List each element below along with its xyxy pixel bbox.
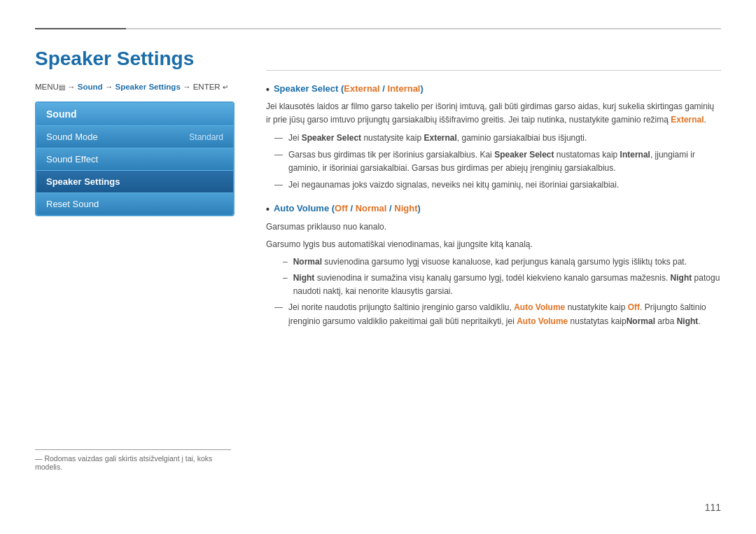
dash-icon: – <box>283 255 288 269</box>
sub-text: Night suvienodina ir sumažina visų kanal… <box>293 272 721 298</box>
menu-item-sound-effect[interactable]: Sound Effect <box>36 148 233 170</box>
page-number: 111 <box>705 502 721 513</box>
speaker-select-title-text: Speaker Select (External / Internal) <box>274 83 424 94</box>
menu-item-sound-mode[interactable]: Sound Mode Standard <box>36 125 233 148</box>
auto-volume-section: • Auto Volume (Off / Normal / Night) Gar… <box>266 203 721 328</box>
sub-text: Jei negaunamas joks vaizdo signalas, nev… <box>288 178 619 192</box>
dash-icon: — <box>274 301 283 314</box>
speaker-select-sub2: — Garsas bus girdimas tik per išorinius … <box>274 148 721 175</box>
auto-volume-sub2: – Night suvienodina ir sumažina visų kan… <box>283 272 721 298</box>
sound-menu-box: Sound Sound Mode Standard Sound Effect S… <box>35 101 234 216</box>
sound-menu-header: Sound <box>36 103 233 125</box>
section-divider <box>266 70 721 71</box>
auto-volume-title-text: Auto Volume (Off / Normal / Night) <box>274 203 421 213</box>
sub-text: Jei norite naudotis prijungto šaltinio į… <box>288 301 721 328</box>
dash-icon: — <box>274 132 283 145</box>
bullet-dot: • <box>266 83 270 96</box>
dash-icon: — <box>274 178 283 192</box>
bullet-dot: • <box>266 203 270 216</box>
sub-text: Jei Speaker Select nustatysite kaip Exte… <box>288 132 587 145</box>
right-content: • Speaker Select (External / Internal) J… <box>266 70 721 339</box>
menu-item-value: Standard <box>189 132 223 142</box>
left-panel: Sound Sound Mode Standard Sound Effect S… <box>35 101 234 216</box>
speaker-select-sub3: — Jei negaunamas joks vaizdo signalas, n… <box>274 178 721 192</box>
speaker-select-title: • Speaker Select (External / Internal) <box>266 83 721 96</box>
footnote-area: — Rodomas vaizdas gali skirtis atsižvelg… <box>35 449 231 471</box>
menu-item-label: Speaker Settings <box>46 176 120 187</box>
speaker-select-section: • Speaker Select (External / Internal) J… <box>266 83 721 192</box>
menu-item-speaker-settings[interactable]: Speaker Settings <box>36 170 233 192</box>
auto-volume-body1: Garsumas priklauso nuo kanalo. <box>266 220 721 234</box>
auto-volume-sub1: – Normal suvienodina garsumo lygį visuos… <box>283 255 721 269</box>
dash-icon: — <box>274 148 283 162</box>
menu-item-label: Sound Mode <box>46 132 98 142</box>
speaker-select-sub1: — Jei Speaker Select nustatysite kaip Ex… <box>274 132 721 145</box>
auto-volume-body2: Garsumo lygis bus automatiškai vienodina… <box>266 238 721 251</box>
speaker-select-body: Jei klausotės laidos ar filmo garso take… <box>266 100 721 127</box>
footnote-text: — Rodomas vaizdas gali skirtis atsižvelg… <box>35 454 231 471</box>
sub-text: Garsas bus girdimas tik per išorinius ga… <box>288 148 721 175</box>
sub-text: Normal suvienodina garsumo lygį visuose … <box>293 255 687 269</box>
auto-volume-sub3: — Jei norite naudotis prijungto šaltinio… <box>274 301 721 328</box>
menu-item-reset-sound[interactable]: Reset Sound <box>36 192 233 215</box>
menu-item-label: Reset Sound <box>46 199 99 209</box>
menu-item-label: Sound Effect <box>46 154 98 164</box>
top-decorative-line <box>35 28 721 29</box>
page-title: Speaker Settings <box>35 48 721 70</box>
dash-icon: – <box>283 272 288 285</box>
auto-volume-title: • Auto Volume (Off / Normal / Night) <box>266 203 721 216</box>
